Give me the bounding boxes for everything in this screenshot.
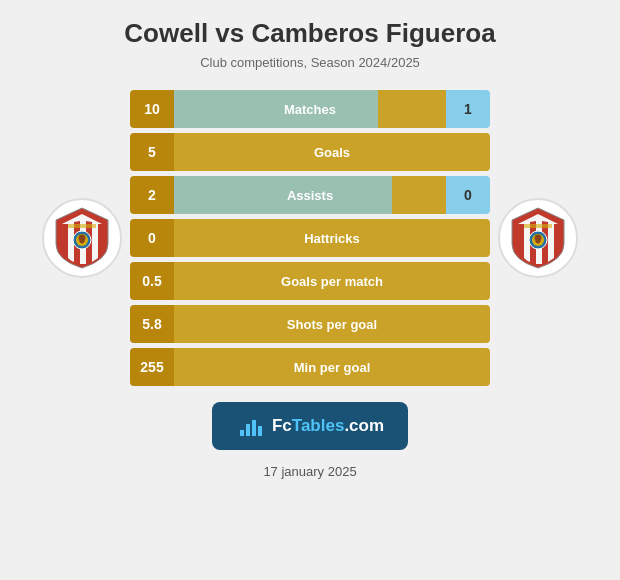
fctables-label: FcTables.com — [272, 416, 384, 436]
logo-right — [498, 198, 578, 278]
chivas-shield-icon — [54, 206, 110, 270]
stat-label-goals-per-match: Goals per match — [281, 274, 383, 289]
chivas-shield-right-icon — [510, 206, 566, 270]
svg-rect-9 — [252, 420, 256, 436]
stat-row-goals-per-match: 0.5Goals per match — [130, 262, 490, 300]
stat-bar-shots-per-goal: Shots per goal — [174, 305, 490, 343]
stat-left-matches: 10 — [130, 90, 174, 128]
stat-label-hattricks: Hattricks — [304, 231, 360, 246]
stat-left-goals-per-match: 0.5 — [130, 262, 174, 300]
stat-bar-min-per-goal: Min per goal — [174, 348, 490, 386]
comparison-area: 10Matches15Goals2Assists00Hattricks0.5Go… — [20, 90, 600, 386]
svg-point-5 — [535, 235, 542, 242]
page-container: Cowell vs Camberos Figueroa Club competi… — [0, 0, 620, 580]
page-subtitle: Club competitions, Season 2024/2025 — [200, 55, 420, 70]
svg-point-2 — [79, 235, 86, 242]
fctables-logo-icon — [236, 412, 264, 440]
left-team-logo — [42, 198, 122, 278]
fctables-banner[interactable]: FcTables.com — [212, 402, 408, 450]
stat-row-assists: 2Assists0 — [130, 176, 490, 214]
stat-bar-matches: Matches — [174, 90, 446, 128]
stat-row-goals: 5Goals — [130, 133, 490, 171]
stat-row-min-per-goal: 255Min per goal — [130, 348, 490, 386]
stat-label-shots-per-goal: Shots per goal — [287, 317, 377, 332]
stat-left-goals: 5 — [130, 133, 174, 171]
stat-right-matches: 1 — [446, 90, 490, 128]
stat-label-assists: Assists — [287, 188, 333, 203]
stat-row-matches: 10Matches1 — [130, 90, 490, 128]
stat-bar-assists: Assists — [174, 176, 446, 214]
stat-left-hattricks: 0 — [130, 219, 174, 257]
stat-label-matches: Matches — [284, 102, 336, 117]
stat-bar-hattricks: Hattricks — [174, 219, 490, 257]
stat-right-assists: 0 — [446, 176, 490, 214]
stat-label-min-per-goal: Min per goal — [294, 360, 371, 375]
right-team-logo — [498, 198, 578, 278]
stat-row-hattricks: 0Hattricks — [130, 219, 490, 257]
svg-rect-7 — [240, 430, 244, 436]
stat-left-min-per-goal: 255 — [130, 348, 174, 386]
page-title: Cowell vs Camberos Figueroa — [124, 18, 495, 49]
logo-left — [42, 198, 122, 278]
stat-row-shots-per-goal: 5.8Shots per goal — [130, 305, 490, 343]
stat-bar-goals-per-match: Goals per match — [174, 262, 490, 300]
svg-rect-10 — [258, 426, 262, 436]
stat-left-assists: 2 — [130, 176, 174, 214]
footer-date: 17 january 2025 — [263, 464, 356, 479]
stat-bar-goals: Goals — [174, 133, 490, 171]
stat-left-shots-per-goal: 5.8 — [130, 305, 174, 343]
svg-rect-8 — [246, 424, 250, 436]
stat-label-goals: Goals — [314, 145, 350, 160]
stats-container: 10Matches15Goals2Assists00Hattricks0.5Go… — [130, 90, 490, 386]
